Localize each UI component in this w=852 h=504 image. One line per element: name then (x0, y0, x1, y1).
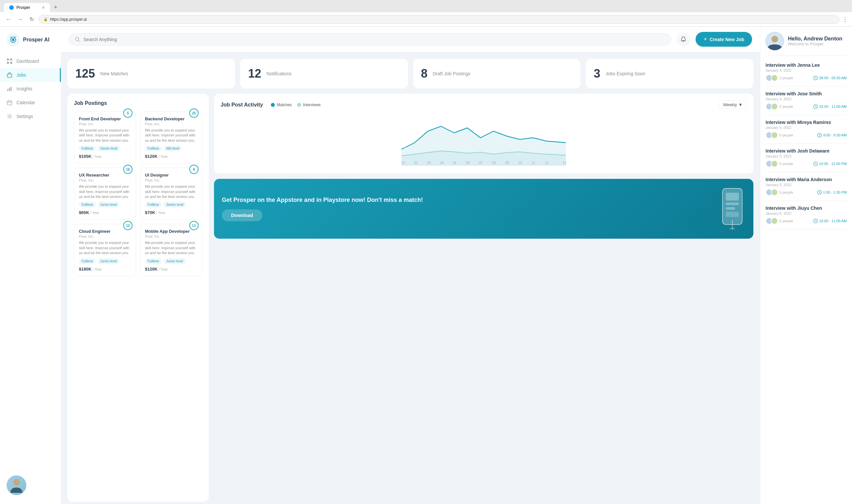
job-card[interactable]: 8 UI Designer Pear, Inc. We provide you … (140, 168, 202, 220)
interview-time: 08:00 - 09:30 AM (819, 76, 847, 80)
briefcase-icon (6, 72, 13, 78)
sidebar-item-dashboard[interactable]: Dashboard (0, 54, 61, 68)
interview-item[interactable]: Interview with Josh Delaware January 5, … (765, 148, 847, 172)
interviews-dot (297, 103, 301, 107)
legend-interviews: Interviews (297, 103, 321, 107)
sidebar-item-label: Jobs (16, 72, 26, 77)
browser-controls: ← → ↻ 🔒 https://app.prosper.ai ⋮ (0, 12, 852, 26)
interview-item[interactable]: Interview with Maria Anderson January 5,… (765, 177, 847, 201)
interview-date: January 6, 2022 (765, 211, 847, 215)
chart-svg: 01 02 03 04 05 06 07 08 09 10 11 12 (221, 113, 747, 166)
job-tags: FulltimeJunior level (79, 258, 131, 264)
tab-favicon (9, 5, 14, 10)
search-bar[interactable] (69, 33, 671, 46)
sidebar-item-calendar[interactable]: Calendar (0, 96, 61, 109)
refresh-button[interactable]: ↻ (28, 15, 36, 24)
interview-time: 10:00 - 11:00 AM (819, 219, 847, 223)
create-job-button[interactable]: + Create New Job (695, 32, 752, 47)
app-container: Prosper AI Dashboard (0, 26, 852, 504)
job-card[interactable]: 16 UX Researcher Pear, Inc. We provide y… (74, 168, 136, 220)
sidebar-user-avatar[interactable] (6, 475, 54, 495)
sidebar-item-insights[interactable]: Insights (0, 82, 61, 96)
svg-text:06: 06 (466, 161, 470, 165)
interview-item[interactable]: Interview with Mireya Ramirez January 5,… (765, 120, 847, 144)
forward-button[interactable]: → (16, 15, 25, 24)
address-bar[interactable]: 🔒 https://app.prosper.ai (38, 15, 839, 24)
stat-card-draft[interactable]: 8 Draft Job Postings (413, 59, 581, 88)
notification-button[interactable] (676, 33, 690, 46)
stat-card-expiring[interactable]: 3 Jobs Expiring Soon (586, 59, 754, 88)
job-description: We provide you to expand your skill here… (145, 128, 197, 143)
salary-period: / Year (89, 211, 99, 215)
interview-name: Interview with Jose Smith (765, 91, 847, 96)
job-title: Front End Developer (79, 116, 131, 121)
main-content: 125 New Matches 12 Notifications 8 Draft… (61, 52, 760, 504)
job-title: Mobile App Developer (145, 229, 197, 234)
people-count: 5 people (779, 133, 793, 137)
job-description: We provide you to expand your skill here… (79, 240, 131, 255)
job-card[interactable]: 25 Backend Developer Pear, Inc. We provi… (140, 111, 202, 164)
plus-icon: + (703, 36, 707, 43)
sidebar-item-settings[interactable]: Settings (0, 109, 61, 123)
clock-icon (813, 219, 818, 223)
svg-text:12: 12 (545, 161, 549, 165)
job-badge: 5 (123, 108, 132, 118)
job-description: We provide you to expand your skill here… (145, 240, 197, 255)
interview-item[interactable]: Interview with Jiuyu Chen January 6, 202… (765, 205, 847, 230)
svg-text:02: 02 (414, 161, 418, 165)
search-input[interactable] (84, 37, 665, 42)
legend-matches: Matches (271, 103, 292, 107)
svg-point-36 (772, 36, 778, 42)
browser-menu-button[interactable]: ⋮ (842, 16, 848, 23)
people-avatars (765, 131, 776, 139)
interview-name: Interview with Mireya Ramirez (765, 120, 847, 125)
interview-name: Interview with Jenna Lee (765, 62, 847, 68)
job-card[interactable]: 5 Front End Developer Pear, Inc. We prov… (74, 111, 136, 164)
job-card[interactable]: 11 Mobile App Developer Pear, Inc. We pr… (140, 224, 202, 276)
back-button[interactable]: ← (4, 15, 13, 24)
job-title: Backend Developer (145, 116, 197, 121)
chart-filter-label: Weekly (723, 102, 737, 107)
mini-avatar (771, 160, 778, 167)
job-tag: Fulltime (79, 202, 96, 208)
browser-tab[interactable]: Prosper × (4, 3, 50, 12)
svg-rect-5 (10, 62, 12, 64)
job-title: Cloud Engineer (79, 229, 131, 234)
stat-label: Notifications (267, 71, 292, 76)
job-description: We provide you to expand your skill here… (79, 184, 131, 199)
settings-icon (6, 113, 13, 119)
tab-close-button[interactable]: × (42, 5, 45, 10)
browser-chrome: Prosper × + (0, 0, 852, 12)
svg-rect-31 (726, 207, 735, 210)
stat-label: New Matches (100, 71, 128, 76)
job-card[interactable]: 12 Cloud Engineer Pear, Inc. We provide … (74, 224, 136, 276)
job-tags: FulltimeSenior level (79, 146, 131, 151)
job-tag: Senior level (164, 202, 186, 208)
people-avatars (765, 74, 776, 82)
user-name: Hello, Andrew Denton (788, 36, 842, 42)
job-tag: Fulltime (145, 146, 162, 151)
svg-rect-7 (7, 89, 8, 91)
stat-card-matches[interactable]: 125 New Matches (67, 59, 235, 88)
job-tags: FulltimeJunior level (145, 258, 197, 264)
interview-item[interactable]: Interview with Jose Smith January 4, 202… (765, 91, 847, 115)
interview-item[interactable]: Interview with Jenna Lee January 4, 2022… (765, 62, 847, 87)
job-tag: Fulltime (79, 146, 96, 151)
job-company: Pear, Inc. (79, 234, 131, 238)
create-job-label: Create New Job (710, 37, 744, 42)
interview-time: 9:00 - 9:30 AM (823, 133, 847, 137)
stat-card-notifications[interactable]: 12 Notifications (240, 59, 408, 88)
job-tag: Mid level (164, 146, 182, 151)
new-tab-button[interactable]: + (51, 3, 60, 12)
chart-filter-dropdown[interactable]: Weekly ▼ (719, 100, 747, 109)
logo-area: Prosper AI (0, 33, 61, 54)
download-button[interactable]: Download (222, 210, 262, 221)
clock-icon (817, 190, 822, 195)
job-company: Pear, Inc. (145, 122, 197, 126)
interview-name: Interview with Josh Delaware (765, 148, 847, 154)
content-row: Job Postings 5 Front End Developer Pear,… (67, 94, 754, 502)
interview-date: January 5, 2022 (765, 183, 847, 187)
mini-avatar (771, 74, 778, 82)
sidebar-item-jobs[interactable]: Jobs (0, 68, 61, 82)
job-postings-card: Job Postings 5 Front End Developer Pear,… (67, 94, 209, 502)
